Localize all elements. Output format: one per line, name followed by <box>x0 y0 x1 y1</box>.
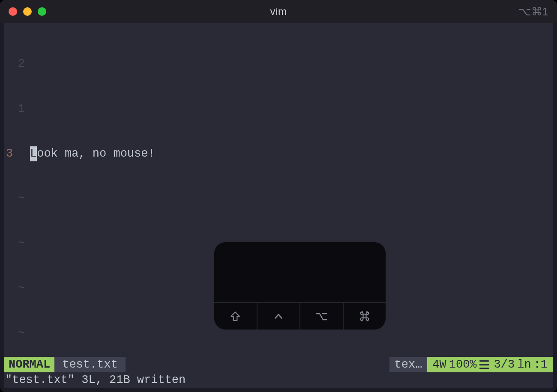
line-number: 1 <box>9 101 29 116</box>
tilde: ~ <box>9 281 29 296</box>
vim-filename: test.txt <box>54 357 126 372</box>
editor-current-line: 3 Look ma, no mouse! <box>9 146 548 161</box>
window-title: vim <box>0 6 557 18</box>
terminal-window: vim ⌥⌘1 2 1 3 Look ma, no mouse! ~ ~ ~ ~… <box>0 0 557 392</box>
terminal-viewport[interactable]: 2 1 3 Look ma, no mouse! ~ ~ ~ ~ ~ ~ ~ ~… <box>4 23 553 357</box>
keycast-display <box>214 242 386 302</box>
tilde: ~ <box>9 326 29 341</box>
line-text: ook ma, no mouse! <box>37 147 155 160</box>
keycast-overlay <box>214 242 386 330</box>
current-line-number: 3 <box>6 146 16 161</box>
vim-mode-indicator: NORMAL <box>4 357 54 372</box>
option-icon <box>299 303 343 330</box>
line-content: Look ma, no mouse! <box>30 146 155 161</box>
window-titlebar: vim ⌥⌘1 <box>0 0 557 23</box>
column-number: :1 <box>534 358 548 371</box>
vim-command-line[interactable]: "test.txt" 3L, 21B written <box>4 372 553 388</box>
line-label: ln <box>517 358 531 371</box>
line-count: 3/3 <box>494 358 515 371</box>
vim-statusline: NORMAL test.txt tex… 4W 100% 3/3 ln:1 <box>4 357 553 372</box>
keycast-modifier-row <box>214 302 386 330</box>
shift-icon <box>214 303 257 330</box>
cursor: L <box>30 146 37 161</box>
vim-filetype: tex… <box>389 357 428 372</box>
tilde: ~ <box>9 236 29 251</box>
control-icon <box>257 303 300 330</box>
editor-line: 1 <box>9 101 548 116</box>
tilde-line: ~ <box>9 191 548 206</box>
line-number: 2 <box>9 56 29 71</box>
hamburger-icon <box>479 360 489 369</box>
statusline-spacer <box>126 357 389 372</box>
diagnostic-warnings: 4W <box>432 358 446 371</box>
editor-line: 2 <box>9 56 548 71</box>
tilde: ~ <box>9 191 29 206</box>
command-icon <box>343 303 386 330</box>
scroll-percent: 100% <box>449 358 477 371</box>
vim-position: 4W 100% 3/3 ln:1 <box>427 357 553 372</box>
